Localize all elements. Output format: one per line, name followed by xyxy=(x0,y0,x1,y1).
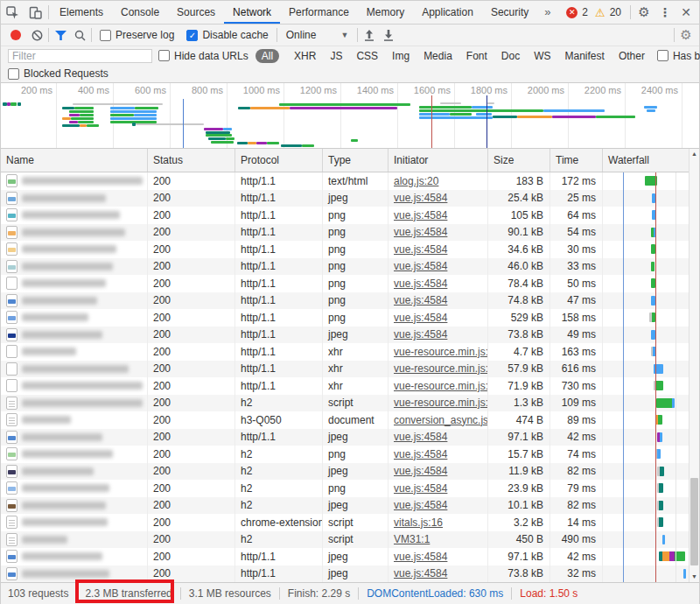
initiator-link[interactable]: vue-resource.min.js:7 xyxy=(394,346,488,358)
error-icon[interactable]: ✕ xyxy=(566,7,578,18)
initiator-link[interactable]: vue.js:4584 xyxy=(394,431,447,443)
more-options-icon[interactable]: ⋮ xyxy=(655,5,675,19)
table-row[interactable]: 200http/1.1jpegvue.js:458497.1 kB42 ms xyxy=(1,429,699,446)
initiator-link[interactable]: vue.js:4584 xyxy=(394,243,447,256)
initiator-link[interactable]: vue.js:4584 xyxy=(394,294,447,306)
tab-network[interactable]: Network xyxy=(224,1,280,24)
table-row[interactable]: 200http/1.1pngvue.js:458478.4 kB50 ms xyxy=(1,275,699,292)
tab-console[interactable]: Console xyxy=(112,1,168,24)
initiator-link[interactable]: vue.js:4584 xyxy=(394,567,447,579)
initiator-link[interactable]: vue.js:4584 xyxy=(394,192,447,204)
request-name-cell[interactable] xyxy=(1,207,148,224)
initiator-link[interactable]: alog.js:20 xyxy=(394,175,438,187)
network-overview-timeline[interactable]: 200 ms400 ms600 ms800 ms1000 ms1200 ms14… xyxy=(1,83,699,149)
network-settings-gear-icon[interactable]: ⚙ xyxy=(676,27,696,43)
hide-data-urls-checkbox[interactable]: Hide data URLs xyxy=(158,50,248,62)
filter-input[interactable] xyxy=(8,49,152,63)
table-row[interactable]: 200h3-Q050documentconversion_async.js…47… xyxy=(1,411,699,429)
table-row[interactable]: 200http/1.1pngvue.js:458474.8 kB47 ms xyxy=(1,292,699,310)
column-header-type[interactable]: Type xyxy=(323,149,388,172)
scroll-up-icon[interactable]: ▲ xyxy=(690,149,699,159)
request-name-cell[interactable] xyxy=(1,377,148,395)
table-row[interactable]: 200http/1.1xhrvue-resource.min.js:757.9 … xyxy=(1,361,699,378)
pill-css[interactable]: CSS xyxy=(350,49,384,63)
pill-media[interactable]: Media xyxy=(417,49,458,63)
more-tabs-icon[interactable]: » xyxy=(537,1,557,24)
tab-performance[interactable]: Performance xyxy=(280,1,358,24)
initiator-link[interactable]: vue-resource.min.js:7 xyxy=(394,380,488,392)
request-name-cell[interactable] xyxy=(1,446,148,463)
pill-ws[interactable]: WS xyxy=(528,49,556,63)
table-row[interactable]: 200h2jpegvue.js:458411.9 kB82 ms xyxy=(1,463,699,481)
initiator-link[interactable]: vue.js:4584 xyxy=(394,448,447,460)
device-toolbar-icon[interactable] xyxy=(24,1,46,24)
table-row[interactable]: 200h2jpegvue.js:458410.1 kB82 ms xyxy=(1,497,699,515)
initiator-link[interactable]: vue.js:4584 xyxy=(394,209,447,221)
initiator-link[interactable]: vue.js:4584 xyxy=(394,328,447,341)
vertical-scrollbar[interactable]: ▲ ▼ xyxy=(689,149,699,582)
request-name-cell[interactable] xyxy=(1,327,148,344)
checkbox-unchecked[interactable] xyxy=(657,50,668,61)
table-row[interactable]: 200http/1.1pngvue.js:4584529 kB158 ms xyxy=(1,309,699,327)
initiator-link[interactable]: VM31:1 xyxy=(394,533,430,545)
tab-security[interactable]: Security xyxy=(482,1,537,24)
initiator-link[interactable]: vue.js:4584 xyxy=(394,277,447,290)
table-row[interactable]: 200h2pngvue.js:458415.7 kB74 ms xyxy=(1,446,699,463)
import-har-icon[interactable] xyxy=(360,25,379,45)
initiator-link[interactable]: vue.js:4584 xyxy=(394,499,447,511)
checkbox-unchecked[interactable] xyxy=(158,50,170,61)
column-header-size[interactable]: Size xyxy=(488,149,550,172)
request-name-cell[interactable] xyxy=(1,224,148,242)
request-name-cell[interactable] xyxy=(1,480,148,497)
initiator-link[interactable]: vue.js:4584 xyxy=(394,551,447,563)
initiator-link[interactable]: vue.js:4584 xyxy=(394,482,447,495)
preserve-log-checkbox[interactable]: Preserve log xyxy=(100,29,174,41)
pill-font[interactable]: Font xyxy=(460,49,494,63)
request-name-cell[interactable] xyxy=(1,190,148,207)
pill-all[interactable]: All xyxy=(256,49,279,63)
throttling-dropdown[interactable]: Online ▼ xyxy=(286,29,349,41)
table-row[interactable]: 200http/1.1pngvue.js:458490.1 kB54 ms xyxy=(1,224,699,242)
table-row[interactable]: 200http/1.1pngvue.js:458434.6 kB30 ms xyxy=(1,241,699,258)
table-row[interactable]: 200http/1.1xhrvue-resource.min.js:771.9 … xyxy=(1,377,699,395)
error-count[interactable]: 2 xyxy=(582,6,588,18)
blocked-requests-checkbox[interactable]: Blocked Requests xyxy=(8,67,108,80)
request-name-cell[interactable] xyxy=(1,172,148,190)
column-header-initiator[interactable]: Initiator xyxy=(388,149,488,172)
search-icon[interactable] xyxy=(70,25,89,45)
checkbox-unchecked[interactable] xyxy=(100,30,111,41)
request-name-cell[interactable] xyxy=(1,343,148,361)
checkbox-unchecked[interactable] xyxy=(8,68,19,80)
initiator-link[interactable]: vue.js:4584 xyxy=(394,465,447,477)
checkbox-checked[interactable]: ✓ xyxy=(186,30,198,41)
column-header-waterfall[interactable]: Waterfall xyxy=(603,149,699,172)
request-name-cell[interactable] xyxy=(1,531,148,549)
request-name-cell[interactable] xyxy=(1,429,148,446)
request-name-cell[interactable] xyxy=(1,241,148,258)
settings-gear-icon[interactable]: ⚙ xyxy=(634,4,654,20)
pill-img[interactable]: Img xyxy=(386,49,416,63)
table-row[interactable]: 200http/1.1jpegvue.js:458473.8 kB32 ms xyxy=(1,565,699,583)
table-row[interactable]: 200http/1.1text/htmlalog.js:20183 B172 m… xyxy=(1,172,699,190)
clear-icon[interactable] xyxy=(27,25,46,45)
table-row[interactable]: 200http/1.1xhrvue-resource.min.js:74.7 k… xyxy=(1,343,699,361)
inspect-element-icon[interactable] xyxy=(1,1,24,24)
table-row[interactable]: 200http/1.1pngvue.js:458446.0 kB33 ms xyxy=(1,258,699,276)
table-row[interactable]: 200h2scriptVM31:1450 B490 ms xyxy=(1,531,699,549)
initiator-link[interactable]: vue.js:4584 xyxy=(394,226,447,238)
request-name-cell[interactable] xyxy=(1,395,148,412)
pill-js[interactable]: JS xyxy=(324,49,348,63)
scroll-down-icon[interactable]: ▼ xyxy=(690,572,699,582)
request-name-cell[interactable] xyxy=(1,548,148,565)
table-row[interactable]: 200h2pngvue.js:458423.9 kB79 ms xyxy=(1,480,699,497)
table-row[interactable]: 200http/1.1jpegvue.js:458473.8 kB49 ms xyxy=(1,327,699,344)
table-row[interactable]: 200http/1.1jpegvue.js:458425.4 kB25 ms xyxy=(1,190,699,207)
disable-cache-checkbox[interactable]: ✓ Disable cache xyxy=(186,29,268,41)
initiator-link[interactable]: vitals.js:16 xyxy=(394,516,443,529)
table-row[interactable]: 200chrome-extensionscriptvitals.js:163.2… xyxy=(1,514,699,531)
pill-doc[interactable]: Doc xyxy=(495,49,526,63)
request-name-cell[interactable] xyxy=(1,361,148,378)
column-header-time[interactable]: Time xyxy=(550,149,603,172)
request-name-cell[interactable] xyxy=(1,292,148,310)
initiator-link[interactable]: vue-resource.min.js:7 xyxy=(394,397,488,409)
